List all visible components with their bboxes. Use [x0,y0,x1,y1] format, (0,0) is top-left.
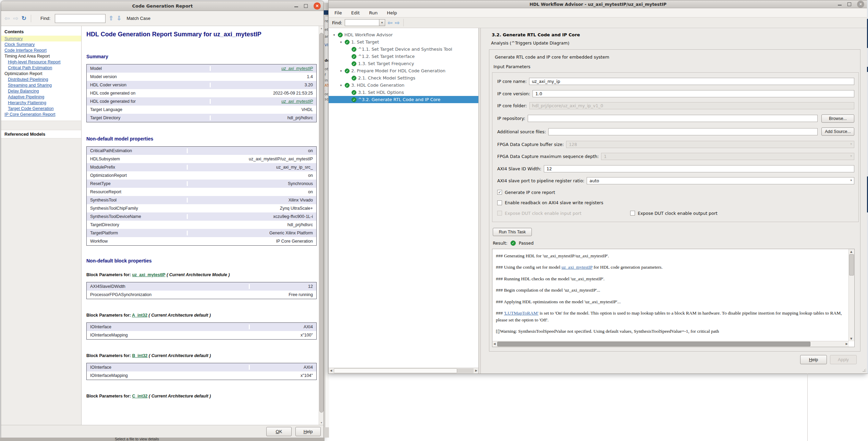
match-case-label[interactable]: Match Case [127,16,150,21]
passed-check-icon: ✓ [352,61,356,66]
find-next-icon[interactable]: ⇩ [117,15,121,21]
block-link-c-int32[interactable]: C_int32 [132,394,147,399]
find-back-icon[interactable]: ⇦ [388,20,392,26]
find-dropdown-icon[interactable]: ▾ [379,19,385,26]
tree-item-3-2-generate-rtl-code-and-ip-core[interactable]: ▾✓^3.2. Generate RTL Code and IP Core [329,96,478,103]
tree-horizontal-scrollbar[interactable]: ◀ ▶ [329,368,478,373]
result-log-text[interactable]: ### Generating HDL for 'uz_axi_mytestIP/… [492,249,849,342]
scroll-left-icon[interactable]: ◀ [493,342,496,345]
find-previous-icon[interactable]: ⇧ [109,15,113,21]
tree-item-3-1-set-hdl-options[interactable]: ▾✓3.1. Set HDL Options [329,89,478,96]
scroll-up-icon[interactable]: ▲ [319,27,324,29]
input-additional-source-files[interactable] [548,128,818,135]
menu-help[interactable]: Help [387,10,397,15]
sidebar-item-code-interface-report[interactable]: Code Interface Report [1,47,81,53]
table-cell-label: IOInterfaceMapping [87,333,250,338]
log-link[interactable]: 'LUTMapToRAM' [504,310,539,316]
expander-icon[interactable]: ▾ [332,33,336,37]
sidebar-item-ip-core-generation-report[interactable]: IP Core Generation Report [1,111,81,117]
sidebar-item-summary[interactable]: Summary [1,36,81,41]
help-button[interactable]: Help [295,427,321,436]
scrollbar-thumb[interactable] [849,254,854,275]
block-link-uz-axi-mytestip[interactable]: uz_axi_mytestIP [132,272,165,277]
field-row-ip-core-name: IP core name:uz_axi_my_ip [497,78,854,85]
passed-check-icon: ✓ [352,47,356,52]
checkbox-enable-readback-on-axi4-slave-write-registers[interactable] [497,200,502,205]
checkbox-row: Expose DUT clock enable input portExpose… [497,211,854,216]
checkbox-expose-dut-clock-enable-output-port[interactable] [630,211,635,216]
run-this-task-button[interactable]: Run This Task [493,228,532,236]
find-forward-icon[interactable]: ⇨ [395,20,400,26]
tree-item-hdl-workflow-advisor[interactable]: ▾✓HDL Workflow Advisor [329,31,478,38]
table-cell-label: AXI4SlaveIDWidth [87,284,250,289]
sidebar-item-critical-path-estimation[interactable]: Critical Path Estimation [1,65,81,71]
combo-axi4-slave-port-to-pipeline-register-ratio[interactable]: auto▾ [587,177,854,184]
block-link-a-int32[interactable]: A_int32 [132,313,147,318]
block-link-b-int32[interactable]: B_int32 [132,353,147,358]
add-source-button[interactable]: Add Source... [821,127,854,136]
left-titlebar[interactable]: Code Generation Report ✕ [1,1,324,11]
menu-edit[interactable]: Edit [351,10,360,15]
menu-file[interactable]: File [334,10,342,15]
refresh-icon[interactable]: ↻ [22,15,26,21]
scroll-right-icon[interactable]: ▶ [475,369,477,372]
resize-grip[interactable] [863,369,866,372]
close-icon[interactable]: ✕ [314,2,321,10]
tree-item-1-3-set-target-frequency[interactable]: ▾✓1.3. Set Target Frequency [329,60,478,67]
checkbox-generate-ip-core-report[interactable]: ✓ [497,190,502,195]
log-vertical-scrollbar[interactable]: ▲ ▼ [848,249,854,342]
sidebar-item-hierarchy-flattening[interactable]: Hierarchy Flattening [1,100,81,106]
tree-item-1-1-set-target-device-and-synthesis-tool[interactable]: ▾✓^1.1. Set Target Device and Synthesis … [329,46,478,53]
scroll-up-icon[interactable]: ▲ [850,250,852,253]
browse-button[interactable]: Browse... [821,114,854,123]
log-link[interactable]: uz_axi_mytestIP [562,265,592,270]
find-input[interactable] [55,14,106,23]
scroll-left-icon[interactable]: ◀ [330,369,332,372]
expander-icon[interactable]: ▾ [339,69,343,73]
sidebar-item-adaptive-pipelining[interactable]: Adaptive Pipelining [1,94,81,100]
report-scrollbar[interactable]: ▲ ▼ [319,26,324,425]
close-icon[interactable]: ✕ [857,1,864,8]
right-titlebar[interactable]: HDL Workflow Advisor - uz_axi_mytestIP/u… [329,0,867,8]
expander-icon[interactable]: ▾ [339,40,343,44]
sidebar-item-clock-summary[interactable]: Clock Summary [1,41,81,47]
block-parameters-table: IOInterfaceAXI4IOInterfaceMappingx"104" [86,363,317,380]
minimize-icon[interactable] [294,5,298,7]
model-link[interactable]: uz_axi_mytestIP [281,66,313,71]
tree-item-1-2-set-target-interface[interactable]: ▾✓^1.2. Set Target Interface [329,53,478,60]
sidebar-item-target-code-generation[interactable]: Target Code Generation [1,106,81,111]
menu-run[interactable]: Run [369,10,378,15]
log-horizontal-scrollbar[interactable]: ◀ ▶ [492,341,849,347]
expander-icon[interactable]: ▾ [339,84,343,87]
scroll-down-icon[interactable]: ▼ [319,421,324,424]
checkbox-expose-dut-clock-enable-input-port [497,211,502,216]
help-button[interactable]: Help [800,355,827,364]
back-icon[interactable]: ⇦ [4,15,10,22]
tree-item-2-prepare-model-for-hdl-code-generation[interactable]: ▾✓2. Prepare Model For HDL Code Generati… [329,67,478,74]
model-link[interactable]: uz_axi_mytestIP [281,99,313,104]
scrollbar-thumb[interactable] [334,368,457,373]
sidebar-item-delay-balancing[interactable]: Delay Balancing [1,88,81,94]
input-ip-repository[interactable] [528,115,818,122]
maximize-icon[interactable] [847,2,851,6]
find-input[interactable] [345,19,379,26]
table-row: ResetTypeSynchronous [87,180,316,188]
input-ip-core-version[interactable]: 1.0 [533,90,854,97]
scroll-right-icon[interactable]: ▶ [846,342,848,345]
scroll-down-icon[interactable]: ▼ [850,337,852,340]
forward-icon[interactable]: ⇨ [13,15,19,22]
field-value: 1.0 [535,91,542,96]
tree-item-1-set-target[interactable]: ▾✓1. Set Target [329,38,478,46]
input-ip-core-name[interactable]: uz_axi_my_ip [529,78,854,85]
ok-button[interactable]: OK [266,427,292,436]
sidebar-item-streaming-and-sharing[interactable]: Streaming and Sharing [1,82,81,88]
scrollbar-thumb[interactable] [497,342,810,346]
maximize-icon[interactable] [304,4,308,8]
tree-item-3-hdl-code-generation[interactable]: ▾✓3. HDL Code Generation [329,82,478,89]
input-axi4-slave-id-width[interactable]: 12 [544,165,854,172]
sidebar-item-high-level-resource-report[interactable]: High-level Resource Report [1,59,81,65]
tree-item-2-1-check-model-settings[interactable]: ▾✓2.1. Check Model Settings [329,74,478,82]
minimize-icon[interactable] [838,3,842,5]
scrollbar-thumb[interactable] [319,33,323,413]
sidebar-item-distributed-pipelining[interactable]: Distributed Pipelining [1,76,81,82]
